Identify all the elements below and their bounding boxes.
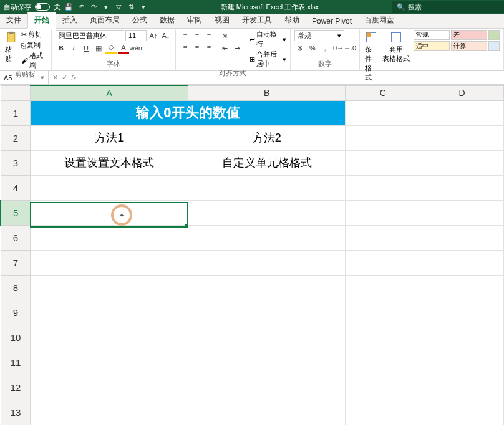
tab-Power Pivot[interactable]: Power Pivot [306,14,358,28]
paste-button[interactable]: 粘贴 [4,30,19,65]
decrease-font-icon[interactable]: A↓ [160,30,172,41]
select-all-corner[interactable] [1,85,31,100]
svg-rect-0 [7,33,15,42]
row-header[interactable]: 4 [1,175,31,200]
cancel-icon[interactable]: ✕ [52,74,58,82]
row-header[interactable]: 12 [1,375,31,400]
group-clipboard: 粘贴 ✂剪切 ⎘复制 🖌格式刷 剪贴板 [0,29,52,70]
chevron-down-icon: ▾ [41,74,44,82]
tab-数据[interactable]: 数据 [153,12,181,28]
tab-百度网盘[interactable]: 百度网盘 [358,12,400,28]
style-bad[interactable]: 差 [451,30,487,40]
cell-a3[interactable]: 设置设置文本格式 [31,150,188,175]
row-header[interactable]: 8 [1,275,31,300]
bold-button[interactable]: B [56,42,67,54]
tab-开始[interactable]: 开始 [27,12,56,29]
cut-button[interactable]: ✂剪切 [21,30,47,39]
italic-button[interactable]: I [68,42,79,54]
fx-icon[interactable]: fx [71,74,77,82]
align-top-left[interactable]: ≡ [180,30,191,41]
font-name-combo[interactable]: 阿里巴巴普惠体 [56,30,124,41]
row-header[interactable]: 9 [1,300,31,325]
row-header[interactable]: 11 [1,350,31,375]
percent-button[interactable]: % [307,42,318,54]
qat-more-icon[interactable]: ▾ [139,2,148,11]
border-button[interactable]: ▦ [93,42,104,54]
svg-rect-1 [9,32,14,34]
format-as-table-button[interactable]: 套用 表格格式 [381,30,411,65]
number-format-combo[interactable]: 常规▾ [294,30,344,41]
search-box[interactable]: 🔍 搜索 [392,1,504,13]
conditional-format-button[interactable]: 条件格式 [364,30,379,84]
svg-rect-3 [367,33,372,38]
qat-dropdown-icon[interactable]: ▾ [102,2,110,11]
search-icon: 🔍 [397,3,405,11]
font-color-button[interactable]: A [118,42,129,54]
redo-icon[interactable]: ↷ [89,2,98,11]
row-header[interactable]: 13 [1,400,31,425]
underline-button[interactable]: U [80,42,92,54]
tab-文件[interactable]: 文件 [0,12,27,28]
cell-b3[interactable]: 自定义单元格格式 [188,150,346,175]
col-header-c[interactable]: C [346,85,420,100]
spreadsheet-grid[interactable]: A B C D 1输入0开头的数值 2方法1方法2 3设置设置文本格式自定义单元… [0,85,504,431]
sort-icon[interactable]: ⇅ [127,2,135,11]
row-header[interactable]: 3 [1,150,31,175]
tab-公式[interactable]: 公式 [126,12,153,28]
autosave-toggle[interactable] [35,3,50,11]
style-good-partial[interactable] [488,30,500,40]
style-normal[interactable]: 常规 [414,30,450,40]
ribbon: 粘贴 ✂剪切 ⎘复制 🖌格式刷 剪贴板 阿里巴巴普惠体 11 A↑ A↓ B [0,29,504,71]
fill-color-button[interactable]: ◇ [105,42,117,54]
decrease-decimal[interactable]: ←.0 [344,42,356,54]
tab-审阅[interactable]: 审阅 [181,12,208,28]
accounting-button[interactable]: $ [294,42,306,54]
tab-页面布局[interactable]: 页面布局 [84,12,126,28]
cell-merged-title[interactable]: 输入0开头的数值 [31,100,346,125]
phonetic-button[interactable]: wén [130,42,142,54]
row-header[interactable]: 2 [1,125,31,150]
row-header[interactable]: 5 [1,200,31,225]
cell-a5[interactable] [31,200,188,225]
col-header-d[interactable]: D [420,85,504,100]
merge-center-button[interactable]: ⊞合并后居中▾ [250,50,286,69]
comma-button[interactable]: , [319,42,331,54]
filter-icon[interactable]: ▽ [114,2,123,11]
align-top-right[interactable]: ≡ [203,30,215,41]
style-check-partial[interactable] [488,41,500,51]
row-header[interactable]: 10 [1,325,31,350]
row-header[interactable]: 1 [1,100,31,125]
col-header-a[interactable]: A [31,85,188,100]
name-box[interactable]: A5▾ [0,71,49,84]
row-header[interactable]: 7 [1,250,31,275]
cell-b2[interactable]: 方法2 [188,125,346,150]
undo-icon[interactable]: ↶ [77,2,85,11]
autosave-off: 关 [54,2,61,12]
format-painter-button[interactable]: 🖌格式刷 [21,51,47,70]
tab-视图[interactable]: 视图 [208,12,236,28]
align-right[interactable]: ≡ [203,42,215,53]
row-header[interactable]: 6 [1,225,31,250]
decrease-indent[interactable]: ⇤ [220,42,231,54]
align-top-center[interactable]: ≡ [191,30,203,41]
copy-button[interactable]: ⎘复制 [21,41,47,50]
wrap-icon: ↩ [250,36,255,44]
font-size-combo[interactable]: 11 [125,30,147,41]
orientation-button[interactable]: ⤭ [220,30,231,41]
tab-插入[interactable]: 插入 [56,12,84,28]
tab-开发工具[interactable]: 开发工具 [236,12,278,28]
increase-decimal[interactable]: .0→ [332,42,343,54]
cell-a2[interactable]: 方法1 [31,125,188,150]
align-left[interactable]: ≡ [180,42,191,53]
tab-帮助[interactable]: 帮助 [278,12,306,28]
document-title: 新建 Microsoft Excel 工作表.xlsx [148,2,392,12]
increase-font-icon[interactable]: A↑ [148,30,159,41]
style-calc[interactable]: 计算 [451,41,487,51]
save-icon[interactable]: 💾 [64,2,73,11]
wrap-text-button[interactable]: ↩自动换行▾ [250,30,286,49]
increase-indent[interactable]: ⇥ [232,42,243,54]
col-header-b[interactable]: B [188,85,346,100]
enter-icon[interactable]: ✓ [62,74,67,82]
style-neutral[interactable]: 适中 [414,41,450,51]
align-center[interactable]: ≡ [191,42,203,53]
